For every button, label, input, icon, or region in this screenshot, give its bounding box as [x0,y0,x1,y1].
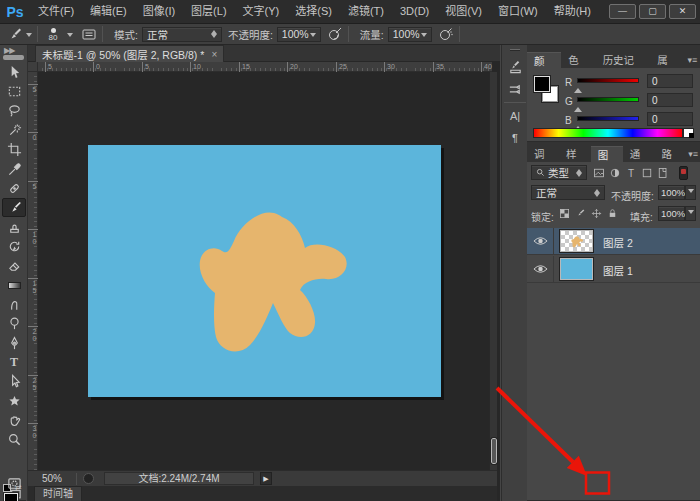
brush-picker-caret-icon[interactable] [67,33,73,40]
layer-filter-select[interactable]: 类型 [531,165,587,180]
menu-select[interactable]: 选择(S) [287,0,340,23]
menu-type[interactable]: 文字(Y) [235,0,288,23]
layer-row-1[interactable]: 图层 1 [527,256,700,283]
brush-preset-picker[interactable]: 80 [43,28,63,41]
move-tool[interactable] [2,63,26,82]
panel-menu-icon[interactable]: ▾≡ [686,146,700,162]
brush-presets-panel-icon[interactable] [506,80,524,98]
layer-row-2[interactable]: 图层 2 [527,228,700,255]
menu-layer[interactable]: 图层(L) [183,0,234,23]
eraser-tool[interactable] [2,256,26,275]
tool-preset-caret-icon[interactable] [26,33,32,40]
canvas[interactable] [88,145,441,397]
visibility-eye-icon[interactable] [533,235,548,247]
green-slider[interactable] [577,97,639,102]
document-tab[interactable]: 未标题-1 @ 50% (图层 2, RGB/8) * × [35,45,224,62]
layer-thumbnail[interactable] [560,258,593,280]
menu-image[interactable]: 图像(I) [135,0,183,23]
toggle-brush-panel-icon[interactable] [81,26,97,42]
filter-smart-object-icon[interactable] [656,166,670,180]
layer-thumbnail[interactable] [560,230,593,252]
path-selection-tool[interactable] [2,372,26,391]
blue-value-field[interactable]: 0 [647,112,693,126]
tab-styles[interactable]: 样式 [559,146,591,162]
visibility-eye-icon[interactable] [533,263,548,275]
filter-shape-icon[interactable] [640,166,654,180]
tab-adjustments[interactable]: 调整 [527,146,559,162]
spot-healing-brush-tool[interactable] [2,179,26,198]
layer-opacity-field[interactable]: 100% [658,185,685,200]
airbrush-icon[interactable] [438,26,454,42]
minimize-button[interactable]: — [609,4,636,19]
character-panel-icon[interactable]: A| [506,107,524,125]
tab-history[interactable]: 历史记录 [596,52,651,68]
history-brush-tool[interactable] [2,237,26,256]
menu-edit[interactable]: 编辑(E) [82,0,135,23]
brush-tool[interactable] [2,198,26,217]
status-info-icon[interactable] [83,473,94,484]
custom-shape-tool[interactable] [2,392,26,411]
eyedropper-tool[interactable] [2,160,26,179]
document-tab-close-icon[interactable]: × [211,49,217,60]
paragraph-panel-icon[interactable]: ¶ [506,129,524,147]
menu-window[interactable]: 窗口(W) [490,0,546,23]
panel-menu-icon[interactable]: ▾≡ [685,52,700,68]
lasso-tool[interactable] [2,101,26,120]
pen-tool[interactable] [2,334,26,353]
green-slider-thumb[interactable] [574,103,582,112]
gradient-tool[interactable] [2,276,26,295]
brush-panel-icon[interactable] [506,57,524,75]
red-value-field[interactable]: 0 [647,74,693,88]
rectangular-marquee-tool[interactable] [2,82,26,101]
spectrum-black-swatch[interactable] [689,133,694,138]
magic-wand-tool[interactable] [2,121,26,140]
collapse-tools-icon[interactable]: ▶▶ [4,46,14,55]
tab-channels[interactable]: 通道 [623,146,655,162]
green-value-field[interactable]: 0 [647,93,693,107]
lock-transparency-icon[interactable] [557,206,571,220]
lock-all-icon[interactable] [605,206,619,220]
blue-slider[interactable] [577,116,639,121]
clone-stamp-tool[interactable] [2,218,26,237]
menu-filter[interactable]: 滤镜(T) [340,0,392,23]
tab-layers[interactable]: 图层 [591,146,623,162]
flow-select[interactable]: 100% [388,27,432,42]
tab-swatches[interactable]: 色板 [561,52,595,68]
crop-tool[interactable] [2,140,26,159]
layer-fill-field[interactable]: 100% [658,206,685,221]
layer-name[interactable]: 图层 2 [603,235,633,250]
red-slider-thumb[interactable] [574,84,582,93]
dodge-tool[interactable] [2,314,26,333]
tools-grip[interactable] [3,55,24,60]
opacity-select[interactable]: 100% [277,27,321,42]
lock-position-icon[interactable] [589,206,603,220]
layer-blend-mode-select[interactable]: 正常 [531,185,605,200]
pressure-opacity-icon[interactable] [327,26,343,42]
menu-view[interactable]: 视图(V) [437,0,490,23]
timeline-tab[interactable]: 时间轴 [34,486,82,501]
brush-tool-preset-icon[interactable] [6,26,22,42]
red-slider[interactable] [577,78,639,83]
status-options-arrow[interactable]: ▶ [260,472,272,485]
horizontal-type-tool[interactable]: T [2,353,26,372]
zoom-level-field[interactable]: 50% [42,473,76,484]
menu-help[interactable]: 帮助(H) [546,0,599,23]
zoom-tool[interactable] [2,430,26,449]
tab-color[interactable]: 颜色 [527,52,561,68]
hand-tool[interactable] [2,411,26,430]
panel-foreground-swatch[interactable] [534,76,550,92]
filter-pixel-icon[interactable] [592,166,606,180]
tab-paths[interactable]: 路径 [655,146,687,162]
dock-grip[interactable] [510,49,520,51]
color-spectrum-ramp[interactable] [533,128,683,138]
maximize-button[interactable]: ▢ [639,4,666,19]
filter-adjustment-icon[interactable] [608,166,622,180]
layer-opacity-caret[interactable] [685,185,696,200]
menu-file[interactable]: 文件(F) [30,0,82,23]
close-button[interactable]: ✕ [669,4,696,19]
lock-image-icon[interactable] [573,206,587,220]
blend-mode-select[interactable]: 正常 [142,27,222,42]
vertical-scrollbar[interactable] [489,72,497,470]
filter-type-icon[interactable]: T [624,166,638,180]
smudge-tool[interactable] [2,295,26,314]
